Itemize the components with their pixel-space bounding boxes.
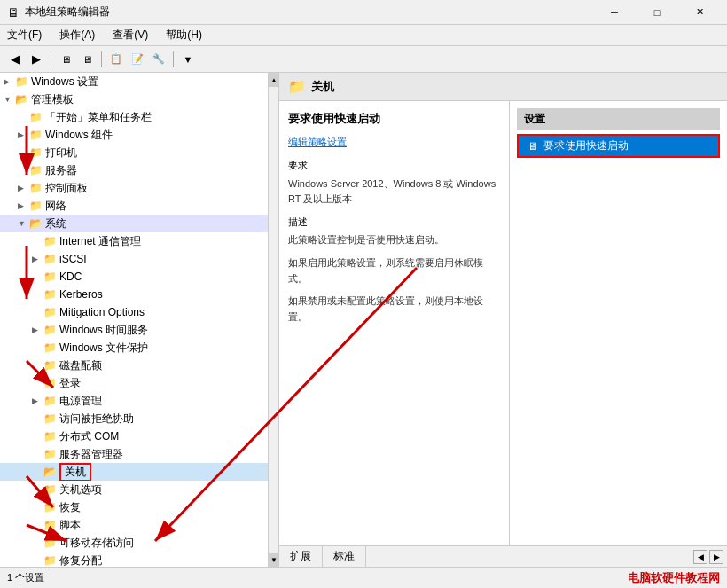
folder-icon-dist-com <box>43 430 57 443</box>
scroll-down-button[interactable]: ▼ <box>269 553 279 567</box>
folder-icon-server <box>28 164 43 176</box>
folder-icon-server-mgr <box>43 448 57 460</box>
settings-item-icon: 🖥 <box>526 139 540 153</box>
tree-item-disk[interactable]: 磁盘配额 <box>0 357 268 374</box>
toggle-admin-templates[interactable]: ▼ <box>4 95 14 104</box>
tree-item-iscsi[interactable]: ▶ iSCSI <box>0 250 268 268</box>
tree-item-shutdown-opts[interactable]: 关机选项 <box>0 481 268 498</box>
label-mitigation: Mitigation Options <box>59 306 145 318</box>
right-header: 📁 关机 <box>279 73 727 101</box>
edit-policy-link[interactable]: 编辑策略设置 <box>288 137 347 147</box>
folder-icon-shutdown <box>43 466 57 478</box>
label-recovery: 恢复 <box>59 500 81 515</box>
req-content: Windows Server 2012、Windows 8 或 Windows … <box>288 176 500 208</box>
right-scroll-controls: ◀ ▶ <box>693 550 727 564</box>
toolbar-btn-2[interactable]: 🖥 <box>77 50 97 69</box>
minimize-button[interactable]: ─ <box>594 4 635 21</box>
toggle-win-components[interactable]: ▶ <box>18 130 28 139</box>
status-bar: 1 个设置 电脑软硬件教程网 <box>0 567 727 588</box>
tree-item-win-file[interactable]: Windows 文件保护 <box>0 339 268 357</box>
label-printer: 打印机 <box>45 145 77 161</box>
tree-item-recovery[interactable]: 恢复 <box>0 498 268 516</box>
tree-item-script[interactable]: 脚本 <box>0 516 268 534</box>
toolbar-separator-2 <box>101 51 102 67</box>
tree-item-system[interactable]: ▼ 系统 <box>0 215 268 232</box>
tree-item-server-mgr[interactable]: 服务器管理器 <box>0 445 268 463</box>
folder-icon-win-time <box>43 324 57 336</box>
tree-item-shutdown[interactable]: 关机 <box>0 463 268 481</box>
right-panel: 📁 关机 要求使用快速启动 编辑策略设置 要求: Windows Server … <box>279 73 727 567</box>
close-button[interactable]: ✕ <box>679 4 720 21</box>
tree-item-kdc[interactable]: KDC <box>0 268 268 286</box>
label-script: 脚本 <box>59 518 81 533</box>
label-disk: 磁盘配额 <box>59 358 102 373</box>
menu-file[interactable]: 文件(F) <box>4 26 45 44</box>
settings-item[interactable]: 🖥 要求使用快速启动 <box>517 134 720 158</box>
toggle-iscsi[interactable]: ▶ <box>32 255 43 263</box>
tab-spacer <box>366 546 693 567</box>
folder-icon-win-file <box>43 341 57 354</box>
tree-item-windows-settings[interactable]: ▶ Windows 设置 <box>0 73 268 90</box>
desc-content: 此策略设置控制是否使用快速启动。 <box>288 232 500 248</box>
tree-item-internet-comm[interactable]: Internet 通信管理 <box>0 232 268 250</box>
tree-item-fix-config[interactable]: 修复分配 <box>0 552 268 567</box>
folder-icon-shutdown-opts <box>43 483 57 496</box>
tree-item-kerberos[interactable]: Kerberos <box>0 286 268 303</box>
toggle-network[interactable]: ▶ <box>18 201 28 210</box>
tree-item-mitigation[interactable]: Mitigation Options <box>0 303 268 321</box>
maximize-button[interactable]: □ <box>637 4 677 21</box>
settings-item-label: 要求使用快速启动 <box>543 138 629 153</box>
label-network: 网络 <box>45 199 66 214</box>
folder-icon-system <box>28 217 43 230</box>
tree-item-removable[interactable]: 可移动存储访问 <box>0 534 268 552</box>
filter-button[interactable]: ▼ <box>178 50 198 69</box>
tree-item-power[interactable]: ▶ 电源管理 <box>0 392 268 410</box>
folder-icon-power <box>43 395 57 407</box>
tree-item-server[interactable]: 服务器 <box>0 161 268 179</box>
tree-item-win-components[interactable]: ▶ Windows 组件 <box>0 126 268 144</box>
toggle-power[interactable]: ▶ <box>32 396 43 405</box>
tree-item-dist-com[interactable]: 分布式 COM <box>0 427 268 445</box>
toggle-win-time[interactable]: ▶ <box>32 325 43 334</box>
label-dist-com: 分布式 COM <box>59 429 119 444</box>
toggle-windows-settings[interactable]: ▶ <box>4 77 14 86</box>
tree-panel-inner: ▶ Windows 设置 ▼ 管理模板 「开始」菜单和任务栏 <box>0 73 268 567</box>
folder-icon-win-components <box>28 129 43 141</box>
label-iscsi: iSCSI <box>59 253 87 265</box>
tab-expand[interactable]: 扩展 <box>279 546 323 567</box>
folder-icon-removable <box>43 537 57 549</box>
toolbar-btn-3[interactable]: 📋 <box>106 50 126 69</box>
tree-item-control-panel[interactable]: ▶ 控制面板 <box>0 179 268 197</box>
forward-button[interactable]: ▶ <box>27 50 46 69</box>
toolbar-btn-1[interactable]: 🖥 <box>56 50 75 69</box>
tree-item-network[interactable]: ▶ 网络 <box>0 197 268 215</box>
tree-item-printer[interactable]: 打印机 <box>0 144 268 161</box>
toolbar-btn-5[interactable]: 🔧 <box>149 50 168 69</box>
menu-action[interactable]: 操作(A) <box>56 26 98 44</box>
tree-item-login[interactable]: 登录 <box>0 374 268 392</box>
label-start-menu: 「开始」菜单和任务栏 <box>45 110 152 125</box>
desc-label: 描述: <box>288 215 500 231</box>
tree-item-deny-access[interactable]: 访问被拒绝协助 <box>0 410 268 427</box>
menu-view[interactable]: 查看(V) <box>109 26 152 44</box>
folder-icon-deny <box>43 412 57 425</box>
scroll-up-button[interactable]: ▲ <box>269 73 279 87</box>
right-scroll-right[interactable]: ▶ <box>709 550 723 564</box>
tab-standard[interactable]: 标准 <box>323 546 366 567</box>
tree-item-win-time[interactable]: ▶ Windows 时间服务 <box>0 321 268 339</box>
tree-scrollbar[interactable]: ▲ ▼ <box>268 73 278 567</box>
folder-icon-recovery <box>43 501 57 514</box>
tree-item-start-menu[interactable]: 「开始」菜单和任务栏 <box>0 108 268 126</box>
right-scroll-left[interactable]: ◀ <box>693 550 707 564</box>
toolbar-btn-4[interactable]: 📝 <box>128 50 147 69</box>
back-button[interactable]: ◀ <box>5 50 25 69</box>
toggle-system[interactable]: ▼ <box>18 219 28 228</box>
right-header-icon: 📁 <box>288 78 306 95</box>
watermark: 电脑软硬件教程网 <box>628 570 720 586</box>
toggle-control[interactable]: ▶ <box>18 184 28 192</box>
label-server: 服务器 <box>45 163 77 178</box>
label-system: 系统 <box>45 216 66 231</box>
label-deny-access: 访问被拒绝协助 <box>59 412 134 427</box>
tree-item-admin-templates[interactable]: ▼ 管理模板 <box>0 90 268 108</box>
menu-help[interactable]: 帮助(H) <box>162 26 206 44</box>
